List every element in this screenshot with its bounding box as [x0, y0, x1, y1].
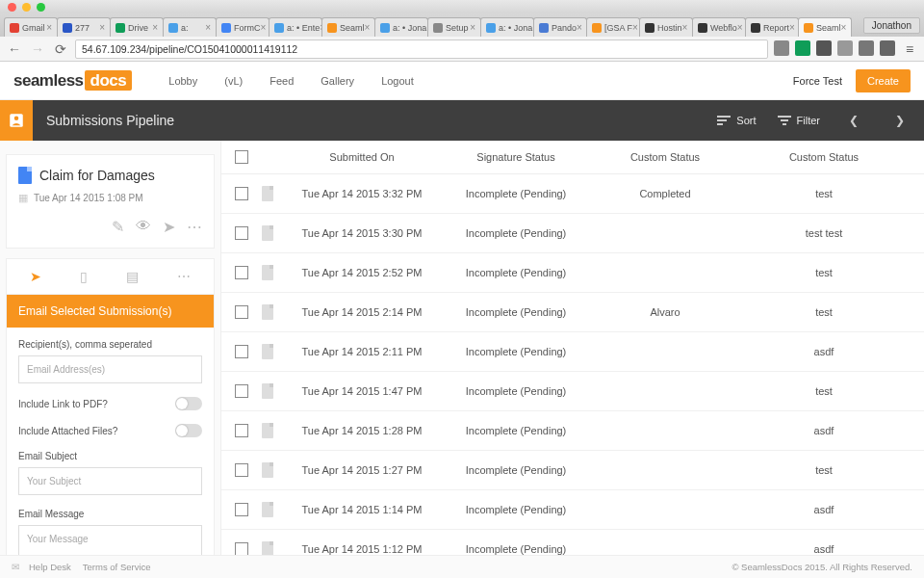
prev-button[interactable]: ❮: [841, 114, 866, 127]
row-checkbox[interactable]: [235, 542, 248, 555]
table-row[interactable]: Tue Apr 14 2015 1:14 PMIncomplete (Pendi…: [221, 490, 924, 530]
row-checkbox[interactable]: [235, 187, 248, 200]
browser-tab[interactable]: a: • Ente×: [269, 17, 322, 37]
browser-user-chip[interactable]: Jonathon: [863, 17, 920, 34]
col-header-custom2[interactable]: Custom Status: [737, 151, 911, 163]
tab-close-icon[interactable]: ×: [365, 22, 371, 33]
tab-close-icon[interactable]: ×: [737, 22, 743, 33]
browser-tab[interactable]: Seaml×: [321, 17, 375, 37]
forward-button[interactable]: →: [29, 40, 46, 58]
col-header-custom1[interactable]: Custom Status: [593, 151, 737, 163]
table-row[interactable]: Tue Apr 14 2015 2:14 PMIncomplete (Pendi…: [221, 293, 924, 332]
tab-close-icon[interactable]: ×: [99, 22, 105, 33]
back-button[interactable]: ←: [6, 40, 23, 58]
extension-icon[interactable]: [880, 40, 895, 56]
row-checkbox[interactable]: [235, 226, 248, 240]
browser-tab[interactable]: Drive×: [110, 17, 164, 37]
row-checkbox[interactable]: [235, 463, 248, 477]
nav-link[interactable]: Lobby: [168, 75, 197, 87]
tab-close-icon[interactable]: ×: [205, 22, 211, 33]
reload-button[interactable]: ⟳: [52, 40, 69, 58]
tab-close-icon[interactable]: ×: [682, 22, 688, 33]
link-pdf-toggle[interactable]: [175, 397, 202, 410]
browser-tab[interactable]: a:×: [163, 17, 217, 37]
table-row[interactable]: Tue Apr 14 2015 1:47 PMIncomplete (Pendi…: [221, 372, 924, 411]
tab-clipboard-icon[interactable]: ▯: [80, 269, 88, 284]
tab-close-icon[interactable]: ×: [577, 22, 582, 33]
subject-input[interactable]: [18, 467, 202, 495]
table-row[interactable]: Tue Apr 14 2015 1:27 PMIncomplete (Pendi…: [221, 451, 924, 490]
more-icon[interactable]: ⋯: [187, 218, 202, 236]
extension-icon[interactable]: [837, 40, 853, 56]
tab-close-icon[interactable]: ×: [632, 22, 638, 33]
table-row[interactable]: Tue Apr 14 2015 1:12 PMIncomplete (Pendi…: [221, 530, 924, 555]
tab-label: Setup: [446, 23, 469, 33]
nav-link[interactable]: Logout: [381, 75, 414, 87]
extension-icon[interactable]: [859, 40, 874, 56]
row-checkbox[interactable]: [235, 305, 248, 319]
browser-tab[interactable]: FormC×: [216, 17, 270, 37]
message-input[interactable]: [18, 525, 202, 555]
browser-tab[interactable]: Seaml×: [798, 17, 852, 37]
browser-tab[interactable]: Webflo×: [692, 17, 746, 37]
select-all-checkbox[interactable]: [235, 150, 248, 164]
table-row[interactable]: Tue Apr 14 2015 2:11 PMIncomplete (Pendi…: [221, 332, 924, 372]
table-row[interactable]: Tue Apr 14 2015 3:32 PMIncomplete (Pendi…: [221, 174, 924, 214]
tab-close-icon[interactable]: ×: [470, 22, 475, 33]
browser-tab[interactable]: Hostin×: [639, 17, 693, 37]
help-desk-link[interactable]: Help Desk: [29, 562, 71, 572]
row-checkbox[interactable]: [235, 266, 248, 279]
send-icon[interactable]: ➤: [163, 218, 175, 236]
browser-tab[interactable]: Report×: [745, 17, 799, 37]
row-checkbox[interactable]: [235, 384, 248, 398]
row-checkbox[interactable]: [235, 345, 248, 358]
mac-close-dot[interactable]: [8, 3, 16, 12]
browser-tab[interactable]: [GSA F×: [586, 17, 640, 37]
browser-tab[interactable]: Setup×: [427, 17, 481, 37]
browser-tab[interactable]: Gmail×: [4, 17, 58, 37]
col-header-signature[interactable]: Signature Status: [439, 151, 593, 163]
force-test-link[interactable]: Force Test: [793, 75, 842, 87]
favicon: [10, 23, 19, 33]
tab-close-icon[interactable]: ×: [841, 22, 847, 33]
view-icon[interactable]: 👁: [136, 218, 151, 236]
tab-more-icon[interactable]: ⋯: [177, 269, 191, 284]
browser-tab[interactable]: a: • Jona×: [480, 17, 534, 37]
extension-icon[interactable]: [816, 40, 832, 56]
tab-close-icon[interactable]: ×: [789, 22, 795, 33]
tab-film-icon[interactable]: ▤: [126, 269, 139, 284]
url-input[interactable]: [75, 39, 768, 59]
table-row[interactable]: Tue Apr 14 2015 2:52 PMIncomplete (Pendi…: [221, 253, 924, 293]
extension-icon[interactable]: [774, 40, 789, 56]
extension-icon[interactable]: [795, 40, 810, 56]
browser-tab[interactable]: Pando×: [533, 17, 587, 37]
nav-link[interactable]: Feed: [270, 75, 294, 87]
tab-close-icon[interactable]: ×: [261, 22, 267, 33]
filter-button[interactable]: Filter: [778, 115, 820, 126]
mac-zoom-dot[interactable]: [37, 3, 45, 12]
nav-link[interactable]: Gallery: [321, 75, 354, 87]
table-row[interactable]: Tue Apr 14 2015 1:28 PMIncomplete (Pendi…: [221, 411, 924, 451]
mac-minimize-dot[interactable]: [22, 3, 31, 12]
tab-close-icon[interactable]: ×: [152, 22, 158, 33]
attached-files-toggle[interactable]: [175, 424, 202, 437]
row-checkbox[interactable]: [235, 503, 248, 516]
browser-tab[interactable]: 277×: [57, 17, 111, 37]
browser-menu-icon[interactable]: ≡: [901, 40, 918, 58]
recipients-input[interactable]: [18, 355, 202, 383]
create-button[interactable]: Create: [856, 69, 911, 92]
tab-send-icon[interactable]: ➤: [30, 269, 41, 284]
sort-button[interactable]: Sort: [717, 115, 756, 126]
table-row[interactable]: Tue Apr 14 2015 3:30 PMIncomplete (Pendi…: [221, 214, 924, 253]
nav-link[interactable]: (vL): [224, 75, 243, 87]
tab-close-icon[interactable]: ×: [46, 22, 52, 33]
browser-tab[interactable]: a: • Jona×: [374, 17, 428, 37]
row-checkbox[interactable]: [235, 424, 248, 437]
next-button[interactable]: ❯: [887, 114, 912, 127]
mail-icon[interactable]: ✉: [12, 562, 19, 572]
submissions-table: Submitted On Signature Status Custom Sta…: [221, 141, 924, 555]
edit-icon[interactable]: ✎: [112, 218, 124, 236]
logo[interactable]: seamlessdocs: [13, 71, 132, 91]
terms-link[interactable]: Terms of Service: [83, 562, 151, 572]
col-header-submitted[interactable]: Submitted On: [285, 151, 439, 163]
